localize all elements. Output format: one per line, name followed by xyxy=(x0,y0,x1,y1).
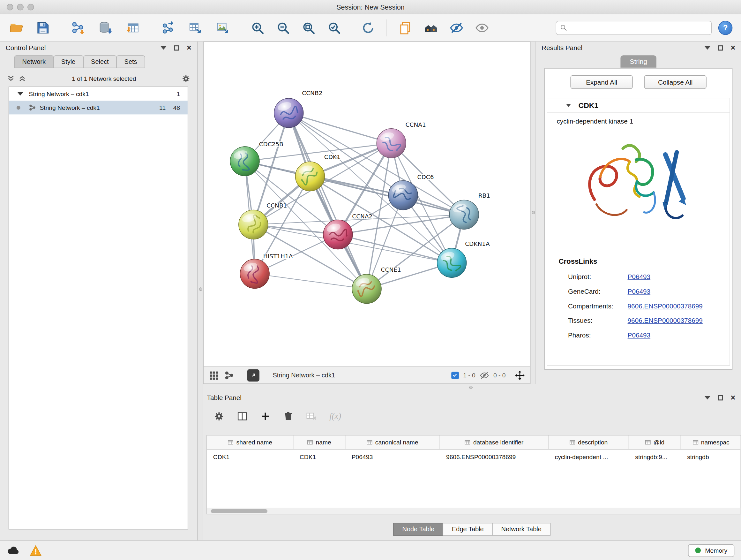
zoom-fit-button[interactable] xyxy=(298,17,320,39)
horizontal-scrollbar[interactable] xyxy=(207,508,741,514)
node-label: CDK1 xyxy=(324,153,340,160)
panel-maximize-icon[interactable] xyxy=(718,45,723,50)
network-canvas[interactable]: CCNB2CCNA1CDC25BCDK1CDC6RB1CCNB1CCNA2CDK… xyxy=(204,42,530,367)
export-image-button[interactable] xyxy=(212,17,233,39)
collection-count: 1 xyxy=(177,90,180,98)
collection-expander-icon[interactable] xyxy=(17,92,23,96)
traffic-lights xyxy=(7,4,34,10)
panel-close-icon[interactable]: × xyxy=(731,44,736,52)
tab-select[interactable]: Select xyxy=(83,55,117,68)
window-zoom-button[interactable] xyxy=(27,4,34,10)
splitter-handle[interactable] xyxy=(469,386,473,389)
network-node-CCNB2[interactable]: CCNB2 xyxy=(274,90,323,128)
cloud-status-icon[interactable] xyxy=(7,545,19,555)
help-button[interactable]: ? xyxy=(718,20,732,35)
tab-network-table[interactable]: Network Table xyxy=(492,523,550,536)
network-collection-row[interactable]: String Network – cdk1 1 xyxy=(9,87,188,101)
crosslink-link[interactable]: P06493 xyxy=(628,287,650,295)
table-options-gear-icon[interactable] xyxy=(213,411,224,422)
node-count: 11 xyxy=(159,104,165,111)
column-type-icon xyxy=(465,439,470,445)
zoom-out-button[interactable] xyxy=(272,17,294,39)
hidden-count: 0 - 0 xyxy=(493,372,506,379)
network-options-gear-icon[interactable] xyxy=(182,74,191,83)
zoom-in-button[interactable] xyxy=(247,17,268,39)
left-splitter[interactable] xyxy=(198,42,203,540)
expand-tree-icon[interactable] xyxy=(18,75,26,82)
show-columns-icon[interactable] xyxy=(237,411,248,422)
crosslink-link[interactable]: P06493 xyxy=(628,331,650,339)
add-column-icon[interactable] xyxy=(260,411,271,422)
network-node-CCNA1[interactable]: CCNA1 xyxy=(377,121,426,158)
column-header-shared-name[interactable]: shared name xyxy=(207,435,293,449)
save-session-button[interactable] xyxy=(32,17,54,39)
apply-layout-button[interactable] xyxy=(357,17,379,39)
search-input[interactable] xyxy=(570,24,708,31)
expand-all-button[interactable]: Expand All xyxy=(570,75,632,89)
warning-status-icon[interactable] xyxy=(30,545,42,556)
detach-view-button[interactable] xyxy=(247,369,259,381)
tab-edge-table[interactable]: Edge Table xyxy=(443,523,493,536)
crosslink-link[interactable]: 9606.ENSP00000378699 xyxy=(628,316,703,324)
tab-string[interactable]: String xyxy=(620,55,657,68)
hide-selected-button[interactable] xyxy=(446,17,467,39)
ndex-button[interactable] xyxy=(420,17,442,39)
window-minimize-button[interactable] xyxy=(17,4,23,10)
panel-float-icon[interactable] xyxy=(161,46,166,49)
network-node-CDK1[interactable]: CDK1 xyxy=(295,153,340,191)
panel-maximize-icon[interactable] xyxy=(174,45,179,50)
column-header-description[interactable]: description xyxy=(549,435,629,449)
column-header-id[interactable]: @id xyxy=(629,435,681,449)
table-row[interactable]: CDK1 CDK1 P06493 9606.ENSP00000378699 cy… xyxy=(207,449,741,463)
splitter-handle[interactable] xyxy=(199,287,202,291)
column-header-canonical-name[interactable]: canonical name xyxy=(346,435,440,449)
splitter-handle[interactable] xyxy=(532,211,535,214)
crosslink-label: Uniprot: xyxy=(568,273,628,280)
collapse-all-button[interactable]: Collapse All xyxy=(644,75,706,89)
panel-close-icon[interactable]: × xyxy=(187,44,192,52)
network-row[interactable]: String Network – cdk1 11 48 xyxy=(9,101,188,114)
hidden-eye-slash-icon[interactable] xyxy=(480,370,489,380)
network-node-HIST1H1A[interactable]: HIST1H1A xyxy=(240,253,293,289)
import-network-database-button[interactable] xyxy=(94,17,116,39)
result-collapse-icon[interactable] xyxy=(566,104,571,107)
import-network-file-button[interactable] xyxy=(67,17,89,39)
crosslink-link[interactable]: P06493 xyxy=(628,273,650,280)
crosslink-link[interactable]: 9606.ENSP00000378699 xyxy=(628,302,703,310)
pan-mode-icon[interactable] xyxy=(515,370,525,381)
panel-float-icon[interactable] xyxy=(704,396,711,399)
grid-view-button[interactable] xyxy=(208,370,219,381)
column-header-namespace[interactable]: namespac xyxy=(681,435,741,449)
export-table-button[interactable] xyxy=(185,17,206,39)
open-session-button[interactable] xyxy=(6,17,27,39)
column-header-database-identifier[interactable]: database identifier xyxy=(440,435,549,449)
tab-sets[interactable]: Sets xyxy=(116,55,145,68)
tab-network[interactable]: Network xyxy=(14,55,54,68)
panel-float-icon[interactable] xyxy=(704,46,711,49)
collapse-tree-icon[interactable] xyxy=(7,75,15,82)
network-node-CDKN1A[interactable]: CDKN1A xyxy=(437,240,490,277)
window-close-button[interactable] xyxy=(7,4,13,10)
column-header-name[interactable]: name xyxy=(293,435,346,449)
network-view-button[interactable] xyxy=(224,370,234,380)
tab-style[interactable]: Style xyxy=(53,55,84,68)
network-node-CDC6[interactable]: CDC6 xyxy=(388,174,434,210)
tab-node-table[interactable]: Node Table xyxy=(393,523,443,536)
panel-close-icon[interactable]: × xyxy=(731,394,736,401)
show-all-button[interactable] xyxy=(471,17,493,39)
selected-checkbox-icon[interactable] xyxy=(451,371,459,379)
panel-maximize-icon[interactable] xyxy=(718,395,723,400)
copy-button[interactable] xyxy=(395,17,416,39)
import-table-button[interactable] xyxy=(122,17,144,39)
delete-column-icon[interactable] xyxy=(283,411,293,422)
network-node-CCNB1[interactable]: CCNB1 xyxy=(239,202,287,239)
toolbar-search xyxy=(556,20,712,35)
network-node-RB1[interactable]: RB1 xyxy=(449,192,490,229)
bottom-splitter[interactable] xyxy=(203,384,741,391)
right-splitter[interactable] xyxy=(530,42,536,384)
new-network-button[interactable] xyxy=(157,17,179,39)
scrollbar-thumb[interactable] xyxy=(211,509,267,513)
memory-button[interactable]: Memory xyxy=(688,544,734,557)
zoom-selected-button[interactable] xyxy=(323,17,345,39)
column-type-icon xyxy=(692,439,698,445)
